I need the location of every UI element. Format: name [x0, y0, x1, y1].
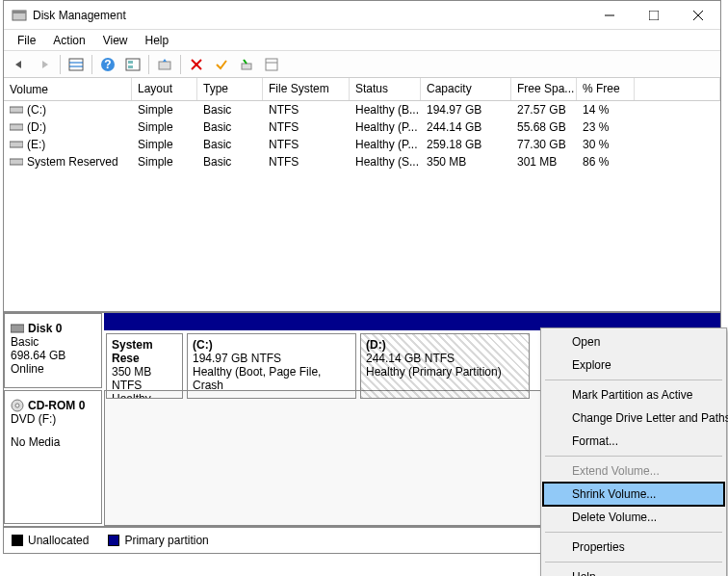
- volume-icon: [10, 122, 23, 132]
- cdrom-info[interactable]: CD-ROM 0 DVD (F:) No Media: [4, 390, 102, 524]
- menu-help[interactable]: Help: [138, 32, 177, 49]
- drive-icon: [240, 58, 253, 71]
- back-button[interactable]: [8, 53, 31, 76]
- ctx-delete-volume[interactable]: Delete Volume...: [543, 506, 724, 529]
- partition-d[interactable]: (D:) 244.14 GB NTFS Healthy (Primary Par…: [360, 333, 530, 399]
- menu-file[interactable]: File: [10, 32, 43, 49]
- volume-icon: [10, 105, 23, 115]
- svg-rect-6: [69, 59, 83, 70]
- menu-view[interactable]: View: [95, 32, 136, 49]
- maximize-icon: [649, 11, 659, 20]
- svg-rect-24: [11, 325, 24, 332]
- refresh-icon: [125, 58, 141, 71]
- legend-unallocated: Unallocated: [12, 534, 89, 547]
- svg-rect-12: [128, 61, 133, 64]
- settings-icon: [157, 58, 172, 71]
- legend-primary: Primary partition: [108, 534, 208, 547]
- ctx-change-letter[interactable]: Change Drive Letter and Paths...: [543, 406, 724, 430]
- svg-point-26: [15, 404, 19, 407]
- ctx-explore[interactable]: Explore: [543, 353, 724, 377]
- svg-text:?: ?: [104, 58, 111, 71]
- disk-mgmt-icon: [12, 8, 27, 23]
- header-status[interactable]: Status: [350, 78, 421, 100]
- action1-button[interactable]: [235, 53, 258, 76]
- ctx-mark-active[interactable]: Mark Partition as Active: [543, 383, 724, 406]
- volume-icon: [10, 157, 23, 167]
- header-volume[interactable]: Volume: [4, 78, 132, 100]
- delete-button[interactable]: [185, 53, 208, 76]
- minimize-icon: [605, 11, 614, 20]
- header-layout[interactable]: Layout: [132, 78, 197, 100]
- properties-button[interactable]: [210, 53, 233, 76]
- action2-button[interactable]: [260, 53, 283, 76]
- header-type[interactable]: Type: [197, 78, 263, 100]
- close-button[interactable]: [676, 1, 720, 30]
- refresh-button[interactable]: [121, 53, 144, 76]
- forward-button[interactable]: [33, 53, 56, 76]
- window-title: Disk Management: [33, 9, 587, 22]
- disk-icon: [11, 323, 24, 334]
- titlebar: Disk Management: [4, 1, 720, 30]
- volume-row[interactable]: (D:) Simple Basic NTFS Healthy (P... 244…: [4, 118, 720, 136]
- svg-rect-13: [128, 65, 133, 68]
- disk0-info[interactable]: Disk 0 Basic 698.64 GB Online: [4, 313, 102, 388]
- svg-rect-11: [126, 59, 140, 70]
- back-icon: [12, 59, 27, 70]
- toolbar: ?: [4, 51, 720, 78]
- context-menu: Open Explore Mark Partition as Active Ch…: [540, 327, 727, 576]
- volume-icon: [10, 140, 23, 149]
- help-button[interactable]: ?: [96, 53, 119, 76]
- svg-rect-21: [10, 124, 23, 130]
- partition-system-reserved[interactable]: System Rese 350 MB NTFS Healthy (Syst: [106, 333, 183, 399]
- header-capacity[interactable]: Capacity: [421, 78, 511, 100]
- minimize-button[interactable]: [587, 1, 632, 30]
- close-icon: [693, 11, 703, 20]
- column-headers: Volume Layout Type File System Status Ca…: [4, 78, 720, 101]
- header-filesystem[interactable]: File System: [263, 78, 350, 100]
- partition-c[interactable]: (C:) 194.97 GB NTFS Healthy (Boot, Page …: [187, 333, 356, 399]
- cd-icon: [11, 399, 24, 412]
- ctx-extend-volume: Extend Volume...: [543, 459, 724, 483]
- svg-rect-18: [266, 59, 277, 70]
- check-icon: [215, 58, 228, 71]
- svg-rect-3: [649, 11, 659, 20]
- ctx-open[interactable]: Open: [543, 330, 724, 353]
- ctx-properties[interactable]: Properties: [543, 536, 724, 559]
- help-icon: ?: [100, 57, 116, 72]
- header-pctfree[interactable]: % Free: [577, 78, 635, 100]
- menu-action[interactable]: Action: [45, 32, 92, 49]
- volume-row[interactable]: (E:) Simple Basic NTFS Healthy (P... 259…: [4, 136, 720, 153]
- svg-rect-22: [10, 142, 23, 147]
- svg-rect-17: [242, 64, 251, 69]
- volume-row[interactable]: (C:) Simple Basic NTFS Healthy (B... 194…: [4, 101, 720, 118]
- volume-row[interactable]: System Reserved Simple Basic NTFS Health…: [4, 153, 720, 170]
- ctx-format[interactable]: Format...: [543, 430, 724, 453]
- volume-list[interactable]: Volume Layout Type File System Status Ca…: [4, 78, 720, 313]
- header-freespace[interactable]: Free Spa...: [511, 78, 577, 100]
- ctx-help[interactable]: Help: [543, 565, 724, 576]
- svg-rect-1: [13, 11, 26, 13]
- panel-icon: [68, 58, 84, 71]
- list-icon: [265, 58, 278, 71]
- x-icon: [190, 58, 203, 71]
- forward-icon: [37, 59, 52, 70]
- svg-rect-23: [10, 159, 23, 165]
- menubar: File Action View Help: [4, 30, 720, 51]
- svg-rect-20: [10, 107, 23, 113]
- ctx-shrink-volume[interactable]: Shrink Volume...: [543, 483, 724, 506]
- svg-rect-14: [159, 62, 170, 69]
- show-hide-button[interactable]: [65, 53, 88, 76]
- maximize-button[interactable]: [632, 1, 676, 30]
- settings-button[interactable]: [153, 53, 176, 76]
